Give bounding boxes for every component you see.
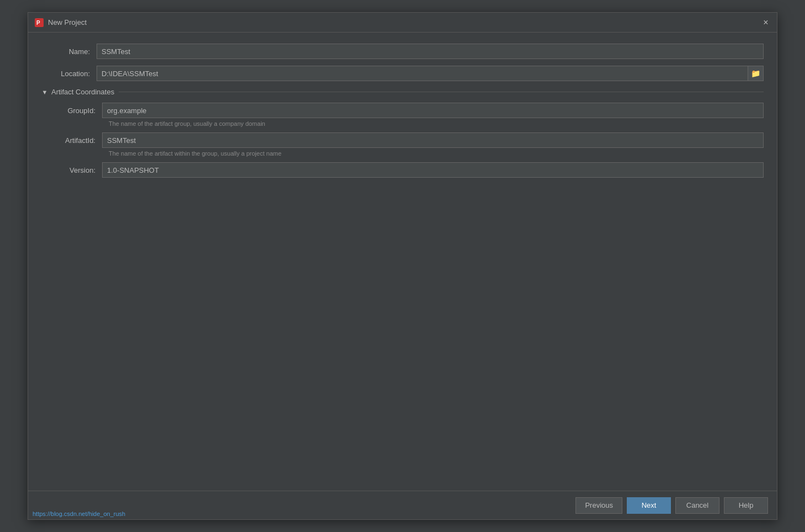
- browse-button[interactable]: 📁: [748, 66, 764, 81]
- cancel-button[interactable]: Cancel: [675, 497, 719, 514]
- artifact-coordinates-title: Artifact Coordinates: [51, 88, 114, 96]
- artifact-id-label: ArtifactId:: [52, 136, 102, 145]
- svg-text:P: P: [36, 20, 40, 26]
- location-input-group: 📁: [97, 66, 764, 81]
- name-input[interactable]: [97, 44, 764, 59]
- next-button[interactable]: Next: [627, 497, 671, 514]
- group-id-label: GroupId:: [52, 107, 102, 115]
- section-toggle-icon[interactable]: ▼: [41, 89, 48, 95]
- dialog-title: New Project: [48, 18, 761, 26]
- section-divider: [119, 92, 764, 92]
- location-row: Location: 📁: [41, 66, 764, 81]
- version-row: Version:: [52, 162, 764, 178]
- dialog-content: Name: Location: 📁 ▼ Artifact Coordinates…: [28, 33, 777, 491]
- location-input[interactable]: [97, 66, 748, 81]
- title-bar: P New Project ×: [28, 13, 777, 33]
- previous-button[interactable]: Previous: [575, 497, 622, 514]
- folder-icon: 📁: [751, 69, 760, 78]
- location-label: Location:: [41, 70, 97, 78]
- group-id-input[interactable]: [102, 103, 764, 118]
- artifact-coordinates-header: ▼ Artifact Coordinates: [41, 88, 764, 96]
- artifact-id-hint: The name of the artifact within the grou…: [52, 150, 764, 157]
- group-id-row: GroupId:: [52, 103, 764, 118]
- artifact-section: GroupId: The name of the artifact group,…: [41, 103, 764, 178]
- group-id-hint: The name of the artifact group, usually …: [52, 120, 764, 127]
- name-row: Name:: [41, 44, 764, 59]
- new-project-dialog: P New Project × Name: Location: 📁 ▼ Arti…: [28, 12, 777, 520]
- close-button[interactable]: ×: [761, 18, 770, 27]
- version-label: Version:: [52, 166, 102, 174]
- footer-link[interactable]: https://blog.csdn.net/hide_on_rush: [28, 508, 130, 519]
- artifact-id-input[interactable]: [102, 132, 764, 148]
- dialog-footer: https://blog.csdn.net/hide_on_rush Previ…: [28, 491, 777, 519]
- name-label: Name:: [41, 47, 97, 56]
- version-input[interactable]: [102, 162, 764, 178]
- app-icon: P: [35, 18, 44, 27]
- artifact-id-row: ArtifactId:: [52, 132, 764, 148]
- help-button[interactable]: Help: [724, 497, 768, 514]
